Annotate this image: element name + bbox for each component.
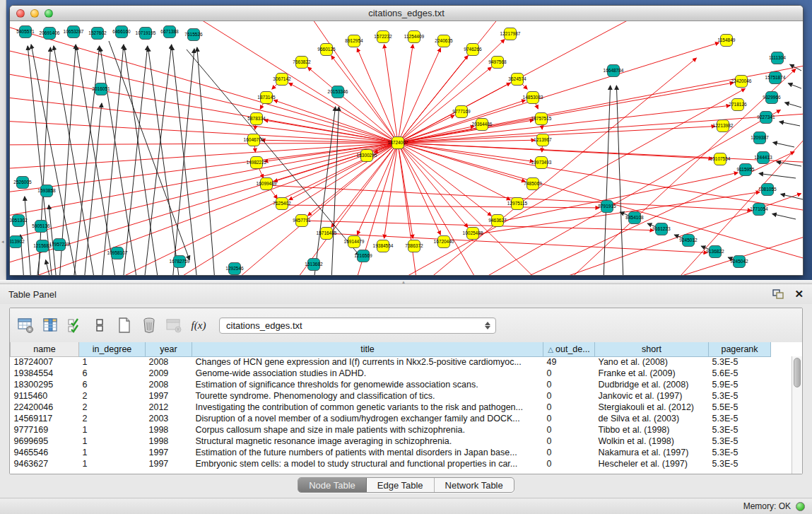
graph-node[interactable]: 16914479: [344, 236, 365, 248]
table-row[interactable]: 946554611997Estimation of the future num…: [11, 447, 771, 458]
graph-node[interactable]: 12217987: [500, 28, 521, 40]
column-header-out-de-[interactable]: △out_de...: [543, 342, 595, 356]
table-row[interactable]: 946362711997Embryonic stem cells: a mode…: [11, 458, 771, 469]
graph-node[interactable]: 1572232: [374, 31, 392, 43]
graph-node[interactable]: 20364486: [472, 119, 493, 131]
graph-node[interactable]: 1209387: [751, 132, 769, 144]
table-select-dropdown[interactable]: citations_edges.txt: [219, 317, 496, 334]
row-height-icon[interactable]: [91, 317, 108, 334]
table-settings-icon[interactable]: [17, 317, 34, 334]
graph-node[interactable]: 19384554: [373, 240, 394, 252]
graph-node[interactable]: 10653287: [64, 26, 84, 38]
graph-node[interactable]: 1111304: [769, 52, 786, 64]
table-row[interactable]: 1872400712008Changes of HCN gene express…: [11, 356, 771, 368]
graph-node[interactable]: 2240635: [435, 35, 453, 47]
graph-node[interactable]: 16782759: [170, 256, 190, 268]
graph-node[interactable]: 3624574: [508, 74, 526, 86]
scrollbar-thumb[interactable]: [794, 358, 801, 387]
tab-network-table[interactable]: Network Table: [435, 478, 514, 492]
table-row[interactable]: 1938455462009Genome-wide association stu…: [11, 368, 771, 379]
graph-node[interactable]: 1771054: [750, 204, 768, 216]
graph-node[interactable]: 14982222: [247, 157, 267, 169]
table-vertical-scrollbar[interactable]: [792, 356, 802, 474]
graph-node[interactable]: 1593858: [37, 185, 56, 197]
column-header-in-degree[interactable]: in_degree: [79, 342, 146, 356]
graph-node[interactable]: 9329966: [763, 92, 781, 104]
graph-node[interactable]: 9660125: [317, 44, 336, 56]
table-row[interactable]: 977716911998Corpus callosum shape and si…: [11, 424, 771, 436]
graph-node[interactable]: 1292546: [225, 263, 244, 275]
table-row[interactable]: 911546021997Tourette syndrome. Phenomeno…: [11, 390, 771, 402]
graph-node[interactable]: 2718126: [729, 99, 747, 111]
graph-node[interactable]: 10719195: [136, 28, 156, 40]
graph-node[interactable]: 20153346: [328, 86, 348, 98]
graph-node[interactable]: 10025488: [463, 228, 483, 240]
gutter-handle-icon[interactable]: ◂: [1, 239, 5, 245]
divider-grip-icon[interactable]: ▲: [399, 281, 408, 284]
tab-edge-table[interactable]: Edge Table: [367, 478, 435, 492]
graph-node[interactable]: 1513682: [305, 259, 323, 271]
graph-node[interactable]: 8454108: [625, 212, 644, 224]
graph-node[interactable]: 5905136: [32, 221, 50, 233]
graph-node[interactable]: 9497568: [488, 57, 507, 69]
graph-node[interactable]: 9245012: [679, 235, 698, 247]
graph-node[interactable]: 22420046: [731, 76, 752, 88]
float-panel-icon[interactable]: [772, 288, 784, 300]
graph-node[interactable]: 9161223: [652, 223, 671, 235]
column-header-name[interactable]: name: [11, 342, 79, 356]
minimize-window-icon[interactable]: [30, 9, 39, 18]
delete-column-icon[interactable]: [141, 317, 158, 334]
graph-node[interactable]: 12975115: [507, 198, 528, 210]
graph-node[interactable]: 9746266: [464, 44, 482, 56]
network-window-titlebar[interactable]: citations_edges.txt: [10, 6, 803, 21]
graph-node[interactable]: 8912954: [345, 35, 363, 47]
graph-node[interactable]: 9136822: [706, 246, 724, 258]
new-column-icon[interactable]: [116, 317, 133, 334]
network-canvas[interactable]: 1213967109734937485063129751159463627100…: [10, 21, 803, 275]
column-header-title[interactable]: title: [192, 342, 543, 356]
graph-node[interactable]: 7663822: [293, 57, 311, 69]
graph-node[interactable]: 9115955: [737, 164, 755, 176]
graph-node[interactable]: 1081055: [758, 184, 777, 196]
graph-node[interactable]: 5878334: [247, 113, 266, 125]
graph-node[interactable]: 2526005: [13, 177, 32, 189]
zoom-window-icon[interactable]: [45, 9, 53, 18]
graph-node[interactable]: 7615526: [184, 29, 203, 41]
graph-node[interactable]: 7386372: [405, 240, 423, 252]
close-panel-icon[interactable]: ✕: [794, 288, 804, 300]
graph-node[interactable]: 9777169: [452, 106, 471, 118]
graph-node[interactable]: 11254409: [404, 31, 425, 43]
graph-node[interactable]: 9463627: [488, 215, 507, 227]
graph-node[interactable]: 1216569: [354, 250, 372, 262]
graph-node[interactable]: 10107554: [710, 153, 731, 165]
graph-node[interactable]: 1154849: [718, 35, 736, 47]
graph-node[interactable]: 3051302: [10, 215, 28, 227]
table-row[interactable]: 1456911722003Disruption of a novel membe…: [11, 413, 771, 424]
graph-node[interactable]: 14853083: [523, 92, 543, 104]
graph-node[interactable]: 18757515: [531, 113, 552, 125]
graph-node[interactable]: 6671388: [160, 26, 179, 38]
column-header-pagerank[interactable]: pagerank: [709, 342, 771, 356]
graph-node[interactable]: 16046700: [244, 134, 264, 146]
graph-node[interactable]: 16099489: [257, 178, 277, 190]
tab-node-table[interactable]: Node Table: [298, 478, 367, 492]
graph-node[interactable]: 1244413: [754, 152, 772, 164]
graph-node[interactable]: 9457791: [293, 215, 311, 227]
close-window-icon[interactable]: [16, 9, 25, 18]
graph-node[interactable]: 10973493: [531, 157, 552, 169]
graph-node[interactable]: 3313902: [10, 236, 25, 248]
table-row[interactable]: 969969511998Structural magnetic resonanc…: [11, 436, 771, 447]
column-header-year[interactable]: year: [146, 342, 192, 356]
function-builder-icon[interactable]: f(x): [190, 317, 207, 334]
select-columns-icon[interactable]: [66, 317, 83, 334]
graph-node[interactable]: 15751874: [765, 72, 786, 84]
graph-node[interactable]: 1527602: [88, 28, 107, 40]
graph-node[interactable]: 5405571: [16, 26, 35, 38]
table-row[interactable]: 2242004622012Investigating the contribut…: [11, 402, 771, 413]
show-column-icon[interactable]: [42, 317, 59, 334]
graph-node[interactable]: 7625402: [273, 198, 291, 210]
graph-node[interactable]: 16648784: [604, 65, 624, 77]
graph-node[interactable]: 9245042: [730, 256, 748, 268]
table-row[interactable]: 1830029562008Estimation of significance …: [11, 379, 771, 390]
graph-node[interactable]: 6466160: [112, 26, 131, 38]
